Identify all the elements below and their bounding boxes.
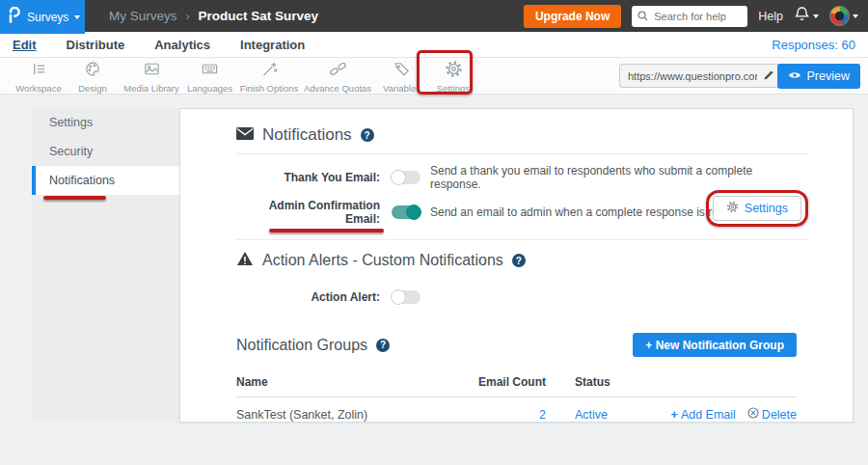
warning-triangle-icon bbox=[236, 251, 254, 270]
group-name: SankTest (Sanket, Zolin) bbox=[236, 408, 440, 422]
workspace-icon bbox=[30, 60, 48, 82]
help-link[interactable]: Help bbox=[758, 10, 783, 23]
upgrade-now-button[interactable]: Upgrade Now bbox=[524, 5, 621, 28]
notifications-section-header: Notifications ? bbox=[236, 124, 797, 146]
advance-quotas-icon bbox=[329, 60, 347, 82]
table-row: SankTest (Sanket, Zolin) 2 Active + Add … bbox=[236, 397, 797, 431]
breadcrumb-current-survey: Product Sat Survey bbox=[199, 9, 319, 23]
settings-page: Settings Security Notifications Notifica… bbox=[0, 95, 868, 465]
chevron-down-icon bbox=[853, 14, 858, 18]
toolbar-item-design[interactable]: Design bbox=[65, 60, 121, 94]
topbar-right-cluster: Upgrade Now Help bbox=[524, 0, 858, 32]
eye-icon bbox=[788, 69, 801, 83]
notification-groups-header: Notification Groups ? + New Notification… bbox=[236, 333, 797, 357]
help-question-icon[interactable]: ? bbox=[512, 254, 526, 267]
tab-distribute[interactable]: Distribute bbox=[67, 38, 125, 52]
add-email-link[interactable]: + Add Email bbox=[671, 408, 736, 422]
responses-count[interactable]: Responses: 60 bbox=[772, 38, 855, 52]
thank-you-email-label: Thank You Email: bbox=[236, 171, 386, 184]
thank-you-email-description: Send a thank you email to respondents wh… bbox=[430, 164, 797, 191]
action-alert-label: Action Alert: bbox=[236, 290, 386, 304]
table-header-row: Name Email Count Status bbox=[236, 367, 797, 397]
notifications-panel: Notifications ? Thank You Email: Send a … bbox=[179, 108, 854, 423]
search-icon bbox=[637, 8, 648, 25]
breadcrumb: My Surveys › Product Sat Survey bbox=[109, 0, 318, 32]
delete-link[interactable]: Delete bbox=[747, 407, 797, 422]
bell-icon bbox=[794, 6, 810, 26]
notification-groups-table: Name Email Count Status SankTest (Sanket… bbox=[236, 367, 797, 431]
column-header-status: Status bbox=[546, 375, 642, 389]
envelope-icon bbox=[236, 126, 254, 144]
questionpro-app-window: Surveys My Surveys › Product Sat Survey … bbox=[0, 0, 868, 465]
action-alert-row: Action Alert: bbox=[236, 285, 797, 310]
gear-icon bbox=[726, 201, 739, 216]
survey-url-input[interactable] bbox=[626, 69, 759, 83]
tab-edit[interactable]: Edit bbox=[13, 38, 37, 52]
sidebar-item-settings[interactable]: Settings bbox=[32, 108, 179, 137]
annotation-admin-email-underline bbox=[269, 229, 384, 232]
variables-icon bbox=[393, 60, 411, 82]
toolbar-item-settings[interactable]: Settings bbox=[429, 60, 477, 94]
toolbar-item-workspace[interactable]: Workspace bbox=[13, 60, 65, 94]
surveys-menu-label: Surveys bbox=[27, 11, 68, 24]
sidebar-item-notifications[interactable]: Notifications bbox=[32, 166, 179, 195]
delete-circle-x-icon bbox=[747, 407, 759, 422]
column-header-name: Name bbox=[236, 375, 440, 389]
sidebar-item-security[interactable]: Security bbox=[32, 137, 179, 166]
admin-confirmation-email-label: Admin Confirmation Email: bbox=[236, 199, 386, 226]
action-alerts-title: Action Alerts - Custom Notifications bbox=[262, 252, 503, 269]
thank-you-email-row: Thank You Email: Send a thank you email … bbox=[236, 164, 797, 191]
help-search-box[interactable] bbox=[632, 6, 747, 27]
chevron-down-icon bbox=[74, 15, 80, 19]
design-icon bbox=[84, 60, 102, 82]
admin-confirmation-email-toggle[interactable] bbox=[392, 205, 420, 219]
action-alerts-section-header: Action Alerts - Custom Notifications ? bbox=[236, 250, 797, 271]
new-notification-group-button[interactable]: + New Notification Group bbox=[633, 333, 797, 357]
annotation-settings-button-highlight: Settings bbox=[706, 190, 808, 227]
settings-gear-icon bbox=[445, 60, 463, 82]
admin-email-settings-button[interactable]: Settings bbox=[713, 196, 801, 221]
user-avatar bbox=[829, 6, 850, 26]
toolbar-item-finish-options[interactable]: Finish Options bbox=[237, 60, 301, 94]
breadcrumb-separator-icon: › bbox=[186, 10, 190, 23]
toolbar-item-languages[interactable]: Languages bbox=[182, 60, 237, 94]
preview-button[interactable]: Preview bbox=[777, 64, 860, 89]
help-question-icon[interactable]: ? bbox=[376, 339, 390, 352]
toolbar-item-media-library[interactable]: Media Library bbox=[121, 60, 182, 94]
plus-icon: + bbox=[671, 408, 678, 422]
help-search-input[interactable] bbox=[652, 10, 741, 23]
edit-toolbar: Workspace Design Media Library Languages bbox=[0, 58, 868, 95]
thank-you-email-toggle[interactable] bbox=[392, 171, 420, 184]
divider bbox=[236, 239, 808, 240]
toolbar-item-advance-quotas[interactable]: Advance Quotas bbox=[301, 60, 374, 94]
action-alert-toggle[interactable] bbox=[392, 290, 420, 304]
finish-options-icon bbox=[260, 60, 279, 82]
toolbar-items: Workspace Design Media Library Languages bbox=[13, 60, 477, 94]
admin-confirmation-email-row: Admin Confirmation Email: Send an email … bbox=[236, 199, 797, 226]
languages-icon bbox=[201, 60, 219, 82]
notifications-title: Notifications bbox=[262, 125, 352, 145]
divider bbox=[236, 153, 808, 154]
media-library-icon bbox=[143, 60, 161, 82]
help-question-icon[interactable]: ? bbox=[361, 128, 374, 142]
surveys-product-menu[interactable]: Surveys bbox=[0, 0, 85, 34]
survey-nav-tabs: Edit Distribute Analytics Integration Re… bbox=[0, 32, 868, 58]
status-link[interactable]: Active bbox=[575, 408, 608, 422]
chevron-down-icon bbox=[813, 14, 819, 18]
notification-groups-title: Notification Groups bbox=[236, 337, 367, 354]
account-menu[interactable] bbox=[829, 6, 858, 26]
breadcrumb-my-surveys[interactable]: My Surveys bbox=[109, 9, 177, 23]
survey-url-field[interactable] bbox=[619, 64, 781, 88]
top-bar: Surveys My Surveys › Product Sat Survey … bbox=[0, 0, 868, 32]
tab-analytics[interactable]: Analytics bbox=[154, 38, 210, 52]
column-header-email-count: Email Count bbox=[440, 375, 546, 389]
questionpro-logo-icon bbox=[8, 7, 21, 27]
edit-pencil-icon[interactable] bbox=[763, 68, 774, 85]
tab-integration[interactable]: Integration bbox=[240, 38, 305, 52]
toolbar-item-variables[interactable]: Variables bbox=[374, 60, 429, 94]
settings-side-nav: Settings Security Notifications bbox=[32, 108, 179, 423]
email-count-link[interactable]: 2 bbox=[539, 408, 546, 422]
notifications-bell-menu[interactable] bbox=[794, 6, 819, 26]
